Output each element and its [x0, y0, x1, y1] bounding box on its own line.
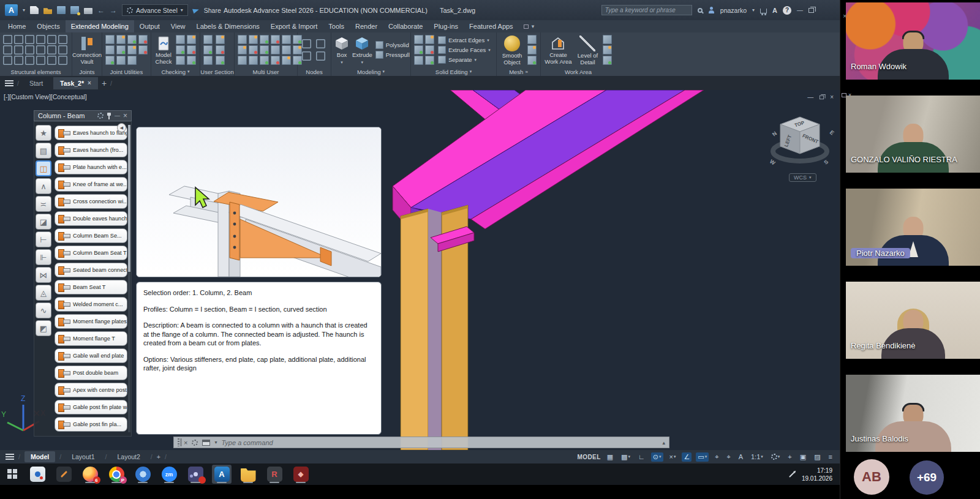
- list-item[interactable]: Plate haunch with e...: [55, 160, 127, 174]
- tab-featured-apps[interactable]: Featured Apps: [464, 20, 519, 32]
- help-search-box[interactable]: [601, 5, 692, 15]
- structural-tool-icon[interactable]: [58, 35, 67, 44]
- new-tab-icon[interactable]: [102, 78, 107, 88]
- viewcube-west[interactable]: W: [769, 158, 777, 166]
- multi-user-icon[interactable]: [282, 35, 291, 44]
- list-item[interactable]: Welded moment c...: [55, 297, 127, 312]
- participant-video[interactable]: Roman Wdowik: [846, 2, 980, 80]
- tab-view[interactable]: View: [165, 20, 191, 32]
- category-icon[interactable]: [36, 196, 51, 212]
- structural-tool-icon[interactable]: [14, 56, 23, 65]
- work-area-tool-icon[interactable]: [603, 56, 612, 65]
- category-icon[interactable]: [36, 249, 51, 265]
- plus-icon[interactable]: +: [786, 452, 793, 461]
- joint-utility-icon[interactable]: [105, 35, 115, 44]
- participant-avatar[interactable]: AB: [854, 459, 889, 495]
- layout-tab-layout2[interactable]: Layout2: [111, 451, 146, 462]
- share-icon[interactable]: [192, 7, 200, 13]
- taskbar-app-teams[interactable]: [186, 465, 205, 484]
- tab-extended-modeling[interactable]: Extended Modeling: [66, 20, 134, 32]
- structural-tool-icon[interactable]: [58, 56, 67, 65]
- viewcube-south[interactable]: S: [823, 159, 829, 166]
- checking-tool-icon[interactable]: [187, 35, 196, 44]
- node-tool-icon[interactable]: [302, 51, 311, 61]
- multi-user-icon[interactable]: [293, 56, 302, 65]
- viewport-minimize-icon[interactable]: [807, 94, 813, 100]
- separate-button[interactable]: Separate: [438, 56, 491, 64]
- command-input[interactable]: [221, 439, 658, 446]
- mesh-tool-icon[interactable]: [527, 35, 537, 44]
- joint-utility-icon[interactable]: [116, 45, 126, 54]
- joint-utility-icon[interactable]: [116, 35, 126, 44]
- extrude-faces-button[interactable]: Extrude Faces: [438, 46, 491, 54]
- solid-editing-icon[interactable]: [414, 35, 423, 44]
- command-drag-handle[interactable]: [178, 438, 179, 446]
- wcs-selector[interactable]: WCS: [789, 173, 816, 182]
- app-menu-button[interactable]: [5, 4, 18, 16]
- grid-toggle-icon[interactable]: ▦: [605, 452, 615, 462]
- start-button[interactable]: [7, 469, 18, 479]
- list-item[interactable]: Beam Seat T: [55, 280, 127, 295]
- create-work-area-button[interactable]: Create Work Area: [544, 35, 573, 65]
- close-tab-icon[interactable]: [88, 80, 91, 86]
- structural-tool-icon[interactable]: [47, 35, 56, 44]
- plot-icon[interactable]: [84, 8, 92, 14]
- username[interactable]: pnazarko: [720, 7, 747, 14]
- viewport-restore-icon[interactable]: [820, 95, 824, 99]
- layout-menu-icon[interactable]: [6, 454, 14, 460]
- solid-editing-icon[interactable]: [425, 35, 434, 44]
- app-menu-arrow-icon[interactable]: [23, 7, 25, 13]
- multi-user-icon[interactable]: [293, 45, 302, 54]
- palette-scrollbar[interactable]: [128, 125, 130, 432]
- checking-tool-icon[interactable]: [176, 35, 185, 44]
- level-of-detail-button[interactable]: Level of Detail: [576, 34, 600, 66]
- layout-tab-model[interactable]: Model: [24, 451, 55, 462]
- polysolid-button[interactable]: Polysolid: [375, 41, 410, 49]
- palette-settings-icon[interactable]: [97, 113, 104, 119]
- list-item[interactable]: Gable wall end plate: [55, 348, 127, 363]
- work-area-tool-icon[interactable]: [603, 35, 612, 44]
- user-section-icon[interactable]: [203, 35, 213, 44]
- category-column-beam-icon[interactable]: [36, 160, 51, 176]
- palette-close-icon[interactable]: [123, 111, 127, 120]
- viewport-label[interactable]: [-][Custom View][Conceptual]: [4, 93, 87, 100]
- object-snap-icon[interactable]: ▭: [696, 452, 709, 462]
- model-check-button[interactable]: Model Check: [154, 35, 173, 65]
- multi-user-icon[interactable]: [260, 56, 269, 65]
- file-tabs-menu-icon[interactable]: [5, 80, 13, 86]
- taskbar-app-chrome[interactable]: P: [107, 465, 126, 484]
- extract-edges-button[interactable]: Extract Edges: [438, 36, 491, 44]
- joint-utility-icon[interactable]: [116, 56, 126, 65]
- multi-user-icon[interactable]: [249, 56, 258, 65]
- structural-tool-icon[interactable]: [47, 56, 56, 65]
- layout-tab-layout1[interactable]: Layout1: [66, 451, 100, 462]
- structural-tool-icon[interactable]: [25, 35, 34, 44]
- ortho-toggle-icon[interactable]: ∟: [636, 452, 647, 461]
- graphics-performance-icon[interactable]: ▨: [812, 452, 822, 462]
- tab-home[interactable]: Home: [2, 20, 31, 32]
- user-section-icon[interactable]: [203, 45, 213, 54]
- taskbar-app-acrobat[interactable]: [291, 465, 311, 484]
- isometric-drafting-icon[interactable]: ×: [668, 452, 678, 461]
- minimize-icon[interactable]: [797, 7, 803, 13]
- multi-user-icon[interactable]: [260, 45, 269, 54]
- share-label[interactable]: Share: [204, 7, 221, 14]
- category-icon[interactable]: [36, 231, 51, 247]
- solid-editing-icon[interactable]: [425, 56, 434, 65]
- save-icon[interactable]: [57, 6, 66, 14]
- multi-user-icon[interactable]: [238, 35, 247, 44]
- taskbar-app-revit[interactable]: [265, 465, 284, 484]
- help-icon[interactable]: [783, 6, 791, 15]
- new-file-icon[interactable]: [30, 6, 39, 14]
- work-area-tool-icon[interactable]: [603, 45, 612, 54]
- redo-icon[interactable]: [110, 6, 117, 14]
- taskbar-app-zoom[interactable]: [159, 465, 179, 484]
- box-button[interactable]: Box: [334, 35, 349, 64]
- search-input[interactable]: [605, 7, 688, 13]
- structural-tool-icon[interactable]: [3, 56, 12, 65]
- structural-tool-icon[interactable]: [58, 45, 67, 54]
- multi-user-icon[interactable]: [271, 56, 280, 65]
- user-section-icon[interactable]: [216, 45, 225, 54]
- participant-video[interactable]: Regita Bendikienė: [846, 282, 980, 359]
- node-tool-icon[interactable]: [316, 39, 325, 48]
